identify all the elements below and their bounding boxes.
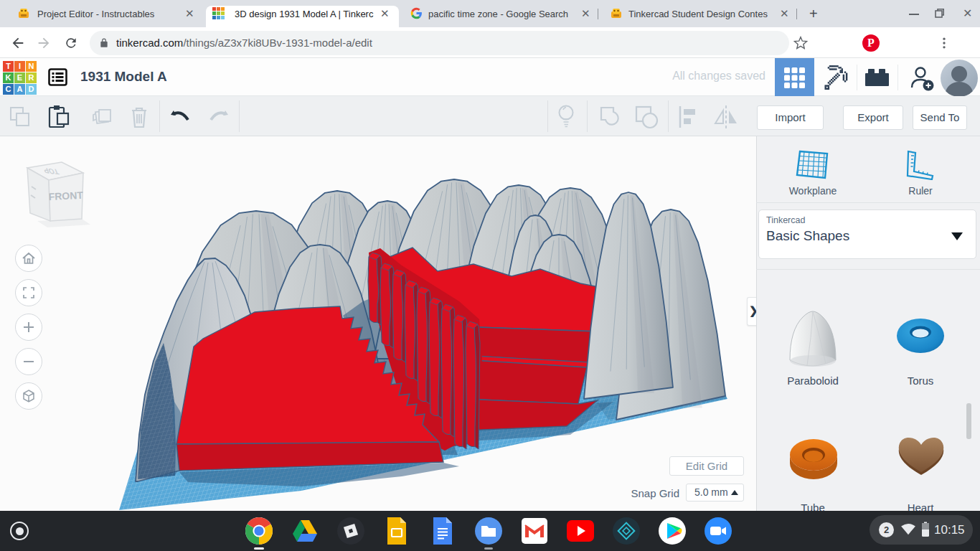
svg-text:FRONT: FRONT bbox=[48, 189, 83, 203]
